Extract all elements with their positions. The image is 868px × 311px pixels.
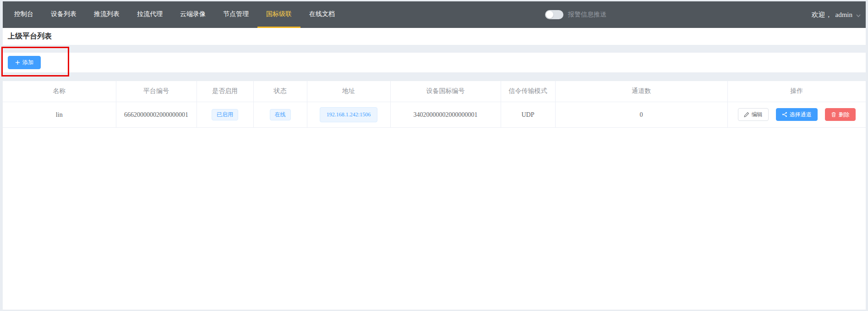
cell-device-gb-no: 34020000002000000001 bbox=[390, 102, 501, 127]
pencil-icon bbox=[744, 112, 749, 117]
title-bar: 上级平台列表 bbox=[3, 28, 866, 45]
user-menu[interactable]: 欢迎，admin bbox=[812, 1, 862, 28]
channel-count: 0 bbox=[640, 111, 643, 118]
status-badge: 在线 bbox=[270, 109, 291, 120]
platform-table: 名称 平台编号 是否启用 状态 地址 设备国标编号 信令传输模式 通道数 操作 … bbox=[3, 81, 866, 128]
chevron-down-icon bbox=[856, 13, 861, 18]
username: admin bbox=[835, 11, 853, 19]
section-divider bbox=[3, 72, 866, 81]
cell-name: lin bbox=[3, 102, 116, 127]
device-gb-no: 34020000002000000001 bbox=[414, 111, 478, 118]
table-header-row: 名称 平台编号 是否启用 状态 地址 设备国标编号 信令传输模式 通道数 操作 bbox=[3, 81, 866, 102]
section-divider bbox=[3, 45, 866, 53]
alarm-push-group: 报警信息推送 bbox=[545, 1, 606, 28]
select-channel-label: 选择通道 bbox=[790, 111, 812, 119]
cell-enabled: 已启用 bbox=[197, 102, 253, 127]
platform-name: lin bbox=[56, 111, 63, 118]
delete-button[interactable]: 删除 bbox=[825, 108, 856, 121]
alarm-push-toggle[interactable] bbox=[545, 10, 563, 19]
col-header-platform-no: 平台编号 bbox=[116, 81, 197, 102]
col-header-address: 地址 bbox=[307, 81, 390, 102]
alarm-push-label: 报警信息推送 bbox=[568, 11, 606, 19]
cell-signal-mode: UDP bbox=[501, 102, 555, 127]
nav-item-cloud-record[interactable]: 云端录像 bbox=[171, 1, 214, 28]
share-icon bbox=[782, 112, 787, 117]
platform-no: 66620000002000000001 bbox=[124, 111, 188, 118]
enabled-badge: 已启用 bbox=[212, 109, 238, 120]
welcome-text: 欢迎， bbox=[812, 11, 832, 19]
nav-item-online-docs[interactable]: 在线文档 bbox=[300, 1, 344, 28]
select-channel-button[interactable]: 选择通道 bbox=[776, 108, 818, 121]
nav-item-gb-cascade-active[interactable]: 国标级联 bbox=[257, 1, 300, 28]
toggle-knob bbox=[546, 11, 553, 18]
col-header-status: 状态 bbox=[253, 81, 307, 102]
table-row: lin 66620000002000000001 已启用 在线 192.168.… bbox=[3, 102, 866, 127]
address-badge[interactable]: 192.168.1.242:1506 bbox=[320, 107, 377, 122]
add-button[interactable]: 添加 bbox=[8, 56, 41, 69]
nav-item-console[interactable]: 控制台 bbox=[5, 1, 42, 28]
nav-item-device-list[interactable]: 设备列表 bbox=[42, 1, 85, 28]
top-navbar: 控制台 设备列表 推流列表 拉流代理 云端录像 节点管理 国标级联 在线文档 报… bbox=[3, 1, 866, 28]
cell-platform-no: 66620000002000000001 bbox=[116, 102, 197, 127]
app-container: 控制台 设备列表 推流列表 拉流代理 云端录像 节点管理 国标级联 在线文档 报… bbox=[3, 1, 866, 310]
col-header-name: 名称 bbox=[3, 81, 116, 102]
col-header-channel-count: 通道数 bbox=[555, 81, 727, 102]
col-header-enabled: 是否启用 bbox=[197, 81, 253, 102]
nav-item-pull-proxy[interactable]: 拉流代理 bbox=[128, 1, 171, 28]
nav-menu: 控制台 设备列表 推流列表 拉流代理 云端录像 节点管理 国标级联 在线文档 bbox=[3, 1, 344, 28]
toolbar: 添加 bbox=[3, 53, 866, 72]
add-button-label: 添加 bbox=[22, 59, 33, 66]
platform-table-card: 名称 平台编号 是否启用 状态 地址 设备国标编号 信令传输模式 通道数 操作 … bbox=[3, 81, 866, 310]
signal-mode: UDP bbox=[521, 111, 534, 118]
delete-button-label: 删除 bbox=[839, 111, 850, 119]
cell-actions: 编辑 选择通道 删除 bbox=[727, 102, 866, 127]
nav-item-push-list[interactable]: 推流列表 bbox=[85, 1, 128, 28]
col-header-signal-mode: 信令传输模式 bbox=[501, 81, 555, 102]
edit-button-label: 编辑 bbox=[752, 111, 763, 119]
cell-status: 在线 bbox=[253, 102, 307, 127]
cell-channel-count: 0 bbox=[555, 102, 727, 127]
col-header-actions: 操作 bbox=[727, 81, 866, 102]
col-header-device-gb-no: 设备国标编号 bbox=[390, 81, 501, 102]
edit-button[interactable]: 编辑 bbox=[738, 108, 769, 121]
plus-icon bbox=[15, 60, 20, 65]
page-title: 上级平台列表 bbox=[8, 32, 52, 41]
nav-item-node-manage[interactable]: 节点管理 bbox=[214, 1, 257, 28]
trash-icon bbox=[831, 112, 836, 117]
cell-address: 192.168.1.242:1506 bbox=[307, 102, 390, 127]
